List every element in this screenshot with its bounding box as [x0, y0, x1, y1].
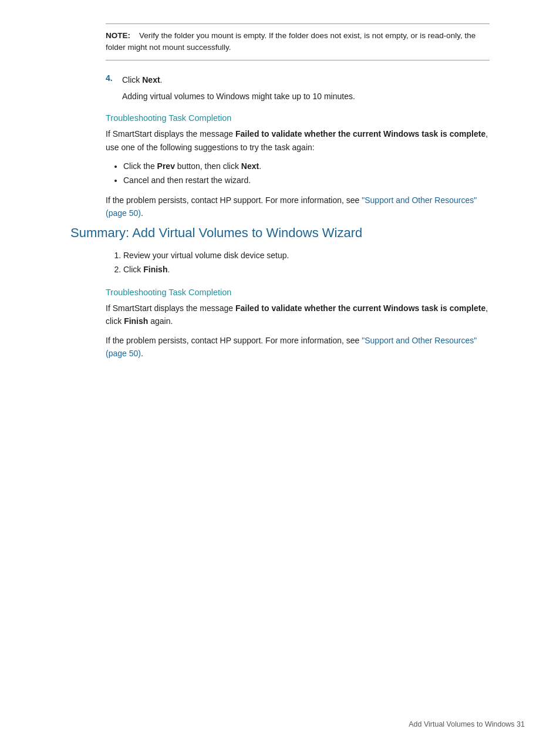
summary-step-2-finish: Finish: [143, 265, 167, 274]
summary-heading: Summary: Add Virtual Volumes to Windows …: [70, 225, 490, 241]
troubleshooting-1-intro-start: If SmartStart displays the message: [106, 129, 235, 139]
bullet-2: Cancel and then restart the wizard.: [123, 174, 490, 188]
summary-steps-list: Review your virtual volume disk device s…: [117, 249, 490, 277]
troubleshooting-1-persist-start: If the problem persists, contact HP supp…: [106, 195, 362, 205]
step-4-sub-text: Adding virtual volumes to Windows might …: [122, 90, 490, 103]
summary-step-2: Click Finish.: [123, 263, 490, 277]
troubleshooting-2-intro-end2: again.: [148, 316, 173, 326]
troubleshooting-2-persist: If the problem persists, contact HP supp…: [106, 334, 490, 360]
troubleshooting-2-intro: If SmartStart displays the message Faile…: [106, 302, 490, 328]
bullet-1: Click the Prev button, then click Next.: [123, 160, 490, 174]
bullet-1-prev: Prev: [157, 161, 175, 171]
troubleshooting-1-heading: Troubleshooting Task Completion: [106, 113, 490, 123]
troubleshooting-1-persist: If the problem persists, contact HP supp…: [106, 194, 490, 220]
troubleshooting-1-intro: If SmartStart displays the message Faile…: [106, 127, 490, 154]
note-box: NOTE: Verify the folder you mount is emp…: [106, 23, 490, 60]
step-4-number: 4.: [106, 73, 122, 86]
bullet-1-next: Next: [241, 161, 259, 171]
troubleshooting-2-finish: Finish: [124, 316, 148, 326]
summary-step-1-text: Review your virtual volume disk device s…: [123, 251, 289, 260]
troubleshooting-1-bold-msg: Failed to validate whether the current W…: [235, 129, 485, 139]
troubleshooting-2-heading: Troubleshooting Task Completion: [106, 288, 490, 297]
note-text: Verify the folder you mount is empty. If…: [106, 31, 475, 52]
troubleshooting-2-bold-msg: Failed to validate whether the current W…: [235, 303, 485, 313]
step-4-click-label: Click: [122, 75, 140, 85]
page-footer: Add Virtual Volumes to Windows 31: [0, 720, 560, 728]
troubleshooting-2-intro-start: If SmartStart displays the message: [106, 303, 235, 313]
footer-text: Add Virtual Volumes to Windows 31: [409, 720, 525, 728]
troubleshooting-2-persist-start: If the problem persists, contact HP supp…: [106, 336, 362, 345]
troubleshooting-1-persist-end: .: [141, 208, 143, 218]
troubleshooting-2-persist-end: .: [141, 349, 143, 358]
note-label: NOTE:: [106, 31, 130, 40]
troubleshooting-1-bullets: Click the Prev button, then click Next. …: [117, 160, 490, 188]
summary-step-1: Review your virtual volume disk device s…: [123, 249, 490, 263]
step-4-next-bold: Next: [142, 75, 160, 85]
step-4-sub: Adding virtual volumes to Windows might …: [122, 90, 490, 103]
step-4: 4. Click Next.: [106, 73, 490, 86]
step-4-period: .: [160, 75, 163, 85]
